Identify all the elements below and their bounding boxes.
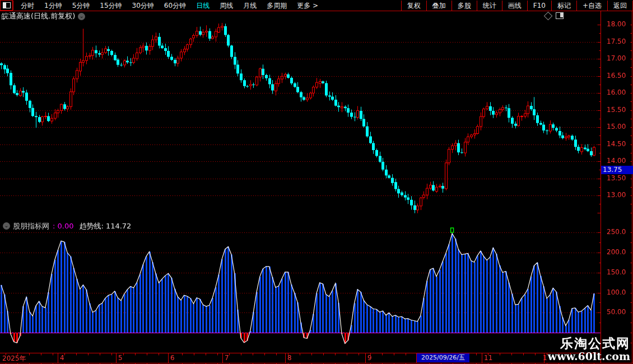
price-axis-label: 16.50	[607, 72, 626, 80]
main-chart-canvas[interactable]	[0, 0, 633, 364]
diamond-icon[interactable]	[544, 11, 553, 20]
price-axis-label: 14.00	[607, 157, 626, 165]
menu-item-period-0[interactable]: 分时	[16, 1, 39, 11]
app-window: 分时1分钟5分钟15分钟30分钟60分钟日线周线月线多周期更多 > 复权叠加多股…	[0, 0, 633, 364]
menu-item-tool-1[interactable]: 叠加	[426, 1, 452, 11]
menu-item-tool-3[interactable]: 统计	[477, 1, 502, 11]
price-axis-label: 16.00	[607, 88, 626, 96]
indicator-axis-label: 250.0	[607, 228, 626, 236]
trend-value: 114.72	[106, 222, 132, 230]
chart-titlebar: 皖通高速(日线.前复权) ⌄	[0, 11, 599, 21]
tools-menu: 复权叠加多股统计画线F10标记+自选返回	[401, 0, 633, 11]
date-axis-month-label: 6	[170, 354, 175, 362]
menu-item-period-10[interactable]: 更多 >	[292, 1, 323, 11]
menu-item-tool-6[interactable]: 标记	[551, 1, 576, 11]
watermark-url: www.60lt.com	[548, 351, 630, 362]
menu-item-period-8[interactable]: 月线	[238, 1, 262, 11]
indicator-axis-label: 50.00	[607, 308, 626, 316]
watermark-site-name: 乐淘公式网	[548, 337, 630, 351]
date-axis-month-label: 1	[543, 354, 547, 362]
price-axis-label: 14.50	[607, 140, 626, 148]
date-axis-month-label: 8	[287, 354, 292, 362]
price-axis-label: 17.50	[607, 38, 626, 45]
menu-item-period-4[interactable]: 30分钟	[127, 1, 159, 11]
menu-item-tool-0[interactable]: 复权	[401, 1, 426, 11]
menu-item-period-1[interactable]: 1分钟	[39, 1, 67, 11]
indicator-axis-label: 100.0	[607, 288, 626, 296]
date-axis-month-label: 4	[60, 354, 64, 362]
date-axis-month-label: 11	[484, 354, 492, 362]
menu-item-tool-5[interactable]: F10	[527, 1, 551, 11]
top-menubar: 分时1分钟5分钟15分钟30分钟60分钟日线周线月线多周期更多 > 复权叠加多股…	[0, 0, 633, 11]
menu-divider	[13, 1, 13, 10]
menu-item-tool-4[interactable]: 画线	[502, 1, 527, 11]
trend-label: 趋势线:	[79, 221, 103, 231]
indicator-value: 0.00	[58, 222, 74, 230]
split-panel-icon[interactable]	[556, 12, 564, 19]
price-axis-label: 15.50	[607, 106, 626, 114]
indicator-sep: :	[53, 222, 55, 230]
menu-item-tool-7[interactable]: +自选	[576, 1, 607, 11]
selected-date-badge: 2025/09/26/五	[417, 353, 469, 362]
indicator-header: ⌄ 股朋指标网 : 0.00 趋势线: 114.72	[0, 221, 131, 231]
price-axis-label: 15.00	[607, 123, 626, 130]
menu-item-period-3[interactable]: 15分钟	[95, 1, 127, 11]
watermark: 乐淘公式网 www.60lt.com	[548, 337, 630, 362]
menu-item-period-7[interactable]: 周线	[215, 1, 238, 11]
date-axis-month-label: 9	[367, 354, 372, 362]
menu-item-period-5[interactable]: 60分钟	[159, 1, 191, 11]
menu-item-tool-8[interactable]: 返回	[607, 1, 633, 11]
title-dropdown-icon[interactable]: ⌄	[78, 13, 85, 20]
chart-title: 皖通高速(日线.前复权)	[2, 11, 75, 21]
indicator-name: 股朋指标网	[13, 221, 49, 231]
window-layout-button[interactable]	[0, 0, 13, 11]
date-axis-month-label: 5	[118, 354, 123, 362]
menu-item-tool-2[interactable]: 多股	[452, 1, 477, 11]
date-axis-month-label: 7	[225, 354, 229, 362]
menu-item-period-2[interactable]: 5分钟	[67, 1, 95, 11]
indicator-collapse-icon[interactable]: ⌄	[3, 222, 10, 230]
split-square-icon	[3, 2, 11, 8]
indicator-axis-label: 150.0	[607, 268, 626, 276]
price-axis-label: 13.50	[607, 174, 626, 182]
date-axis-year-label: 2025年	[2, 354, 26, 363]
menu-item-period-9[interactable]: 多周期	[262, 1, 292, 11]
menu-item-period-6[interactable]: 日线	[191, 1, 215, 11]
period-menu: 分时1分钟5分钟15分钟30分钟60分钟日线周线月线多周期更多 >	[16, 1, 323, 11]
price-axis-label: 18.00	[607, 20, 626, 28]
indicator-axis-label: 200.0	[607, 248, 626, 256]
last-price-marker: 13.75	[601, 166, 633, 174]
price-axis-label: 13.00	[607, 191, 626, 199]
price-axis-label: 17.00	[607, 54, 626, 62]
